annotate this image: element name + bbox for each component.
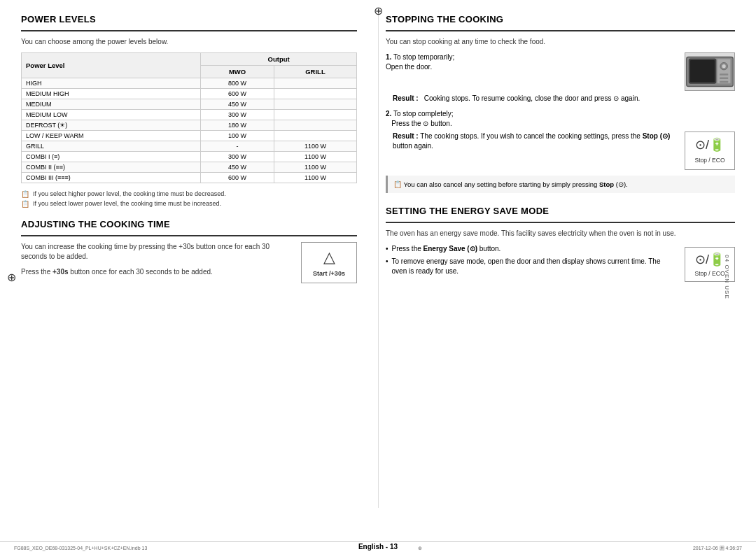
mwo-value: 800 W — [201, 78, 274, 89]
adjusting-text-block: You can increase the cooking time by pre… — [21, 242, 290, 283]
power-note-2: 📋 If you select lower power level, the c… — [21, 200, 357, 208]
output-col-header: Output — [201, 53, 357, 66]
energy-bullet-1: • Press the Energy Save (⊙) button. — [386, 244, 676, 254]
level-name: MEDIUM HIGH — [22, 89, 201, 99]
level-name: COMBI I (≡) — [22, 152, 201, 162]
start-button-box: △ Start /+30s — [301, 242, 357, 283]
grill-value — [274, 120, 356, 131]
table-row: GRILL - 1100 W — [22, 141, 357, 152]
power-divider — [21, 30, 357, 31]
energy-section: SETTING THE ENERGY SAVE MODE The oven ha… — [386, 206, 735, 282]
power-levels-intro: You can choose among the power levels be… — [21, 37, 357, 47]
svg-rect-6 — [720, 73, 728, 76]
stop-bold: Stop (⊙) — [643, 132, 671, 140]
mwo-value: 300 W — [201, 110, 274, 120]
level-name: DEFROST (☀) — [22, 120, 201, 131]
energy-title: SETTING THE ENERGY SAVE MODE — [386, 206, 735, 216]
adjusting-text-2: Press the +30s button once for each 30 s… — [21, 267, 290, 277]
power-levels-section: POWER LEVELS You can choose among the po… — [21, 14, 357, 208]
power-note-1: 📋 If you select higher power level, the … — [21, 190, 357, 198]
mwo-value: 300 W — [201, 152, 274, 162]
table-row: COMBI II (≡≡) 450 W 1100 W — [22, 162, 357, 173]
step-2-number: 2. — [386, 110, 391, 118]
grill-value — [274, 99, 356, 110]
bottom-left-text: FG88S_XEO_DE68-031325-04_PL+HU+SK+CZ+EN.… — [14, 546, 147, 551]
step-2-result-text: Result : The cooking stops. If you wish … — [393, 132, 676, 151]
left-column: POWER LEVELS You can choose among the po… — [21, 14, 357, 508]
grill-value — [274, 131, 356, 141]
energy-bullet-2-text: To remove energy save mode, open the doo… — [392, 257, 676, 276]
level-name: MEDIUM LOW — [22, 110, 201, 120]
stopping-title: STOPPING THE COOKING — [386, 14, 735, 24]
level-name: COMBI II (≡≡) — [22, 162, 201, 173]
table-row: DEFROST (☀) 180 W — [22, 120, 357, 131]
result-2-label: Result : — [393, 132, 419, 140]
table-row: MEDIUM HIGH 600 W — [22, 89, 357, 99]
adjusting-divider — [21, 235, 357, 236]
table-row: COMBI I (≡) 300 W 1100 W — [22, 152, 357, 162]
mwo-value: 100 W — [201, 131, 274, 141]
start-icon: △ — [310, 248, 348, 267]
result-1-text: Cooking stops. To resume cooking, close … — [424, 94, 640, 104]
grill-col-header: GRILL — [274, 66, 356, 78]
bottom-right-text: 2017-12-06 囲 4:36:37 — [693, 545, 742, 552]
result-2-text-1: The cooking stops. If you wish to cancel… — [393, 132, 670, 150]
power-level-col-header: Power Level — [22, 53, 201, 78]
grill-value: 1100 W — [274, 141, 356, 152]
stopping-intro: You can stop cooking at any time to chec… — [386, 37, 735, 47]
stop-eco-icon-2: ⊙/🔋 — [692, 252, 727, 267]
table-row: LOW / KEEP WARM 100 W — [22, 131, 357, 141]
step-1-text: To stop temporarily;Open the door. — [386, 53, 454, 71]
adjusting-section: ADJUSTING THE COOKING TIME You can incre… — [21, 219, 357, 283]
adjusting-title: ADJUSTING THE COOKING TIME — [21, 219, 357, 229]
mwo-value: 450 W — [201, 99, 274, 110]
grill-value — [274, 89, 356, 99]
note-icon-stopping: 📋 — [393, 180, 402, 188]
left-compass-icon: ⊕ — [7, 271, 16, 284]
mwo-value: 600 W — [201, 173, 274, 183]
power-table: Power Level Output MWO GRILL HIGH 800 W … — [21, 52, 357, 183]
page: ⊕ ⊕ 04 OVEN USE POWER LEVELS You can cho… — [0, 0, 756, 554]
mwo-value: 600 W — [201, 89, 274, 99]
stopping-note: 📋 You can also cancel any setting before… — [386, 176, 735, 193]
power-levels-title: POWER LEVELS — [21, 14, 357, 24]
level-name: MEDIUM — [22, 99, 201, 110]
note-icon-2: 📋 — [21, 200, 29, 208]
grill-value: 1100 W — [274, 173, 356, 183]
table-row: MEDIUM 450 W — [22, 99, 357, 110]
level-name: COMBI III (≡≡≡) — [22, 173, 201, 183]
level-name: LOW / KEEP WARM — [22, 131, 201, 141]
stopping-section: STOPPING THE COOKING You can stop cookin… — [386, 14, 735, 193]
svg-point-5 — [722, 64, 726, 68]
step-2-text: To stop completely; Press the ⊙ button. — [386, 110, 454, 127]
energy-intro: The oven has an energy save mode. This f… — [386, 229, 735, 239]
mwo-value: 450 W — [201, 162, 274, 173]
energy-divider — [386, 222, 735, 223]
grill-value — [274, 78, 356, 89]
right-column: STOPPING THE COOKING You can stop cookin… — [378, 14, 735, 508]
oven-use-label: 04 OVEN USE — [724, 255, 730, 299]
note-icon-1: 📋 — [21, 190, 29, 198]
grill-value: 1100 W — [274, 152, 356, 162]
top-compass-icon: ⊕ — [374, 4, 383, 17]
mwo-col-header: MWO — [201, 66, 274, 78]
energy-bullet-1-text: Press the Energy Save (⊙) button. — [392, 244, 501, 254]
stop-eco-icon-1: ⊙/🔋 — [692, 136, 727, 154]
level-name: HIGH — [22, 78, 201, 89]
stop-eco-box-1: ⊙/🔋 Stop / ECO — [685, 132, 735, 170]
bottom-compass-icon: ⊕ — [418, 546, 422, 551]
stop-note-bold: Stop — [599, 180, 614, 188]
level-name: GRILL — [22, 141, 201, 152]
table-row: HIGH 800 W — [22, 78, 357, 89]
mwo-value: 180 W — [201, 120, 274, 131]
svg-rect-8 — [720, 81, 728, 83]
microwave-image — [685, 52, 735, 91]
grill-value: 1100 W — [274, 162, 356, 173]
stop-eco-label-2: Stop / ECO — [695, 270, 725, 277]
energy-bullet-2: • To remove energy save mode, open the d… — [386, 257, 676, 276]
stopping-divider — [386, 30, 735, 31]
grill-value — [274, 110, 356, 120]
start-button-label: Start /+30s — [313, 270, 345, 277]
result-1-label: Result : — [393, 94, 419, 104]
table-row: MEDIUM LOW 300 W — [22, 110, 357, 120]
